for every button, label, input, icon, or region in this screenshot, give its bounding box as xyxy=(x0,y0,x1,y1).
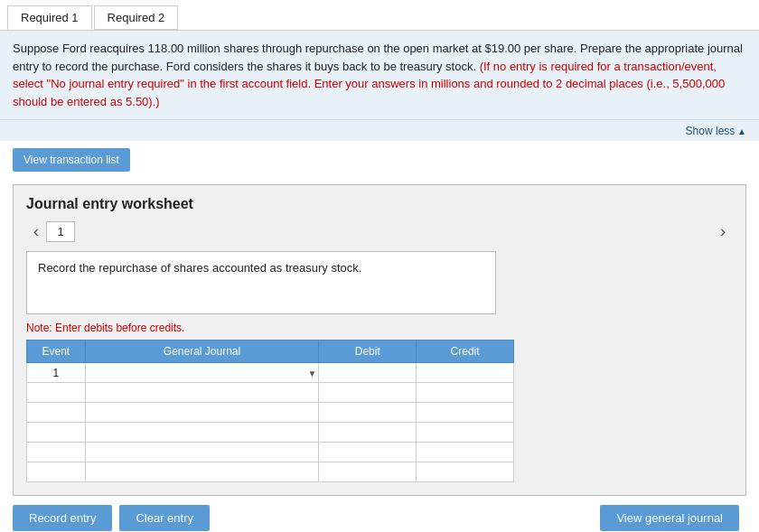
toolbar: View transaction list xyxy=(0,141,759,179)
col-header-event: Event xyxy=(27,341,86,363)
col-header-debit: Debit xyxy=(319,341,417,363)
next-arrow[interactable]: › xyxy=(713,222,733,241)
table-row: 1 ▼ xyxy=(27,363,514,383)
tab-required2[interactable]: Required 2 xyxy=(94,5,179,30)
general-journal-input-1[interactable] xyxy=(86,363,319,382)
table-row xyxy=(27,462,514,482)
page-number-box: 1 xyxy=(46,221,75,242)
debit-cell-1[interactable] xyxy=(319,363,417,383)
tab-bar: Required 1 Required 2 xyxy=(0,0,759,31)
credit-cell-6[interactable] xyxy=(417,462,514,482)
table-row xyxy=(27,403,514,423)
debit-input-3[interactable] xyxy=(319,403,416,422)
show-less-area: Show less xyxy=(0,120,759,141)
view-general-journal-button[interactable]: View general journal xyxy=(600,505,739,531)
event-cell-1: 1 xyxy=(27,363,86,383)
info-box: Suppose Ford reacquires 118.00 million s… xyxy=(0,31,759,120)
credit-input-6[interactable] xyxy=(417,462,513,481)
general-journal-cell-4[interactable] xyxy=(85,423,319,443)
debit-cell-3[interactable] xyxy=(319,403,417,423)
event-cell-4 xyxy=(27,423,86,443)
worksheet-title: Journal entry worksheet xyxy=(26,196,733,212)
general-journal-input-6[interactable] xyxy=(86,462,319,481)
nav-row: ‹ 1 › xyxy=(26,221,733,242)
event-cell-3 xyxy=(27,403,86,423)
credit-input-5[interactable] xyxy=(417,443,513,462)
debit-input-4[interactable] xyxy=(319,423,416,442)
debit-input-6[interactable] xyxy=(319,462,416,481)
debit-input-1[interactable] xyxy=(319,363,416,382)
debit-cell-4[interactable] xyxy=(319,423,417,443)
col-header-credit: Credit xyxy=(417,341,514,363)
col-header-general-journal: General Journal xyxy=(85,341,319,363)
credit-cell-1[interactable] xyxy=(417,363,514,383)
debit-cell-6[interactable] xyxy=(319,462,417,482)
credit-cell-5[interactable] xyxy=(417,443,514,462)
description-box: Record the repurchase of shares accounte… xyxy=(26,251,496,314)
credit-input-2[interactable] xyxy=(417,383,513,402)
debit-cell-5[interactable] xyxy=(319,443,417,462)
general-journal-cell-2[interactable] xyxy=(85,383,319,403)
credit-cell-2[interactable] xyxy=(417,383,514,403)
general-journal-cell-1[interactable]: ▼ xyxy=(85,363,319,383)
general-journal-input-4[interactable] xyxy=(86,423,319,442)
event-cell-6 xyxy=(27,462,86,482)
general-journal-cell-5[interactable] xyxy=(85,443,319,462)
view-transaction-list-button[interactable]: View transaction list xyxy=(13,148,130,172)
description-text: Record the repurchase of shares accounte… xyxy=(38,261,361,275)
debit-cell-2[interactable] xyxy=(319,383,417,403)
credit-cell-3[interactable] xyxy=(417,403,514,423)
table-row xyxy=(27,443,514,462)
credit-input-1[interactable] xyxy=(417,363,513,382)
table-row xyxy=(27,423,514,443)
general-journal-input-2[interactable] xyxy=(86,383,319,402)
debit-input-2[interactable] xyxy=(319,383,416,402)
credit-cell-4[interactable] xyxy=(417,423,514,443)
clear-entry-button[interactable]: Clear entry xyxy=(119,505,210,531)
general-journal-cell-3[interactable] xyxy=(85,403,319,423)
show-less-link[interactable]: Show less xyxy=(686,125,746,137)
general-journal-input-3[interactable] xyxy=(86,403,319,422)
general-journal-input-5[interactable] xyxy=(86,443,319,462)
journal-entry-worksheet: Journal entry worksheet ‹ 1 › Record the… xyxy=(13,184,746,496)
record-entry-button[interactable]: Record entry xyxy=(13,505,112,531)
general-journal-cell-6[interactable] xyxy=(85,462,319,482)
credit-input-4[interactable] xyxy=(417,423,513,442)
table-row xyxy=(27,383,514,403)
bottom-buttons: Record entry Clear entry View general jo… xyxy=(13,505,746,531)
tab-required1[interactable]: Required 1 xyxy=(7,5,92,30)
credit-input-3[interactable] xyxy=(417,403,513,422)
journal-table: Event General Journal Debit Credit 1 ▼ xyxy=(26,340,514,482)
prev-arrow[interactable]: ‹ xyxy=(26,222,46,241)
event-cell-5 xyxy=(27,443,86,462)
debit-input-5[interactable] xyxy=(319,443,416,462)
note-text: Note: Enter debits before credits. xyxy=(26,322,733,334)
event-cell-2 xyxy=(27,383,86,403)
